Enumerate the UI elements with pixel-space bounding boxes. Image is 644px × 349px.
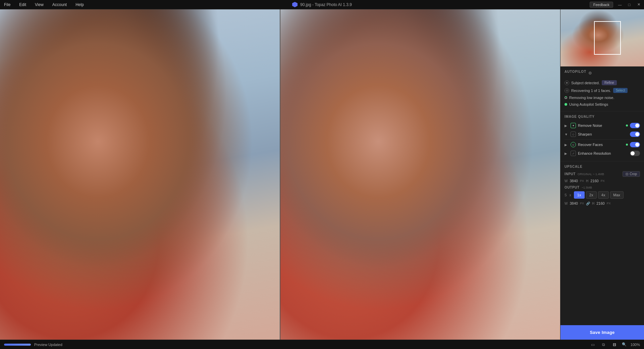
enhance-resolution-item: ▶ ⤢ Enhance Resolution — [565, 149, 640, 158]
menu-help[interactable]: Help — [74, 2, 85, 8]
right-panel: AUTOPILOT ⚙ ◈ Subject detected. Refine ◎… — [560, 9, 644, 340]
expand-sharpen-button[interactable]: ▼ — [565, 133, 569, 136]
thumbnail-viewport — [594, 21, 621, 55]
sharpen-item: ▼ ◇ Sharpen — [565, 130, 640, 139]
gear-icon[interactable]: ⚙ — [588, 71, 592, 76]
status-text: Preview Updated — [34, 343, 62, 347]
enhance-resolution-toggle[interactable] — [630, 151, 640, 156]
output-width-unit: PX — [580, 202, 584, 205]
save-image-button[interactable]: Save Image — [560, 325, 644, 340]
upscale-title: UPSCALE — [565, 165, 640, 168]
active-dot-icon — [565, 103, 567, 106]
loading-icon — [565, 96, 567, 99]
close-button[interactable]: ✕ — [636, 2, 641, 7]
input-row: INPUT ORIGINAL ~ 1.4MB ⊡ Crop — [565, 171, 640, 177]
autopilot-settings-row: Using Autopilot Settings — [565, 101, 640, 108]
processed-image-panel — [280, 9, 560, 340]
menu-file[interactable]: File — [3, 2, 12, 8]
output-height-label: H — [592, 202, 594, 205]
autopilot-settings-text: Using Autopilot Settings — [569, 102, 608, 106]
output-dimensions-row: W 3840 PX 🔗 H 2160 PX — [565, 201, 640, 205]
recover-faces-label: Recover Faces — [578, 143, 624, 147]
output-width-label: W — [565, 202, 568, 205]
menu-edit[interactable]: Edit — [18, 2, 28, 8]
menu-view[interactable]: View — [34, 2, 45, 8]
maximize-button[interactable]: □ — [627, 2, 632, 7]
input-height-value: 2160 — [590, 179, 598, 183]
input-label: INPUT — [565, 172, 576, 176]
remove-noise-toggle[interactable] — [630, 123, 640, 128]
sharpen-toggle[interactable] — [630, 132, 640, 137]
output-row: OUTPUT ~1.5MB — [565, 186, 640, 189]
thumbnail-area[interactable] — [560, 9, 644, 66]
menu-account[interactable]: Account — [51, 2, 68, 8]
minimize-button[interactable]: — — [617, 2, 623, 7]
faces-active-dot — [626, 144, 628, 146]
window-title: 90.jpg - Topaz Photo AI 1.3.9 — [300, 2, 352, 7]
zoom-icon: 🔍 — [622, 342, 627, 347]
subject-detected-text: Subject detected. — [571, 81, 600, 85]
expand-noise-button[interactable]: ▶ — [565, 124, 569, 128]
input-dimensions-row: W 3840 PX H 2160 PX — [565, 179, 640, 183]
view-compare-button[interactable]: ⧉ — [600, 341, 607, 348]
scale-1x-button[interactable]: 1x — [574, 191, 585, 199]
sharpen-icon: ◇ — [571, 132, 576, 137]
input-size-info: ORIGINAL ~ 1.4MB — [578, 172, 604, 176]
output-height-value: 2160 — [596, 201, 604, 205]
recovering-icon: ◎ — [565, 88, 569, 93]
input-width-value: 3840 — [570, 179, 578, 183]
select-button[interactable]: Select — [613, 88, 628, 93]
autopilot-recovering-row: ◎ Recovering 1 of 1 faces. Select — [565, 87, 640, 94]
statusbar-right: ▭ ⧉ ⊟ 🔍 100% — [590, 341, 640, 348]
autopilot-subject-row: ◈ Subject detected. Refine — [565, 79, 640, 87]
scale-2x-button[interactable]: 2x — [586, 191, 597, 199]
statusbar: Preview Updated ▭ ⧉ ⊟ 🔍 100% — [0, 340, 644, 349]
noise-icon: ✦ — [571, 123, 576, 128]
original-image-panel — [0, 9, 280, 340]
output-label: OUTPUT — [565, 186, 580, 189]
remove-noise-label: Remove Noise — [578, 123, 624, 128]
image-area[interactable] — [0, 9, 560, 340]
faces-icon: ☺ — [571, 142, 576, 147]
statusbar-left: Preview Updated — [4, 343, 62, 347]
crop-icon: ⊡ — [626, 172, 628, 176]
scale-4x-button[interactable]: 4x — [598, 191, 609, 199]
noise-active-dot — [626, 124, 628, 127]
output-width-value: 3840 — [570, 201, 578, 205]
scale-max-button[interactable]: Max — [610, 191, 624, 199]
crop-button[interactable]: ⊡ Crop — [623, 171, 640, 177]
scale-buttons-row: S x 1x 2x 4x Max — [565, 191, 640, 199]
split-view — [0, 9, 560, 340]
expand-enhance-button[interactable]: ▶ — [565, 152, 569, 155]
height-label: H — [586, 179, 588, 183]
enhance-icon: ⤢ — [571, 151, 576, 156]
refine-button[interactable]: Refine — [602, 80, 617, 85]
menu-bar: File Edit View Account Help — [3, 2, 85, 8]
recovering-text: Recovering 1 of 1 faces. — [571, 89, 611, 93]
view-single-button[interactable]: ▭ — [590, 341, 596, 348]
main-content: AUTOPILOT ⚙ ◈ Subject detected. Refine ◎… — [0, 9, 644, 340]
subject-icon: ◈ — [565, 81, 569, 85]
removing-text: Removing low image noise. — [569, 96, 614, 100]
width-label: W — [565, 179, 568, 183]
zoom-level: 100% — [631, 343, 640, 347]
recover-faces-toggle[interactable] — [630, 142, 640, 147]
feedback-button[interactable]: Feedback — [590, 2, 613, 8]
expand-faces-button[interactable]: ▶ — [565, 143, 569, 147]
original-image — [0, 9, 280, 340]
autopilot-section: AUTOPILOT ⚙ ◈ Subject detected. Refine ◎… — [560, 66, 644, 111]
topaz-logo-icon — [292, 2, 298, 7]
upscale-section: UPSCALE INPUT ORIGINAL ~ 1.4MB ⊡ Crop W … — [560, 161, 644, 211]
crop-label: Crop — [630, 172, 637, 176]
height-unit: PX — [601, 179, 605, 183]
sharpen-label: Sharpen — [578, 132, 628, 136]
window-controls: Feedback — □ ✕ — [590, 2, 641, 8]
view-split-button[interactable]: ⊟ — [611, 341, 618, 348]
width-unit: PX — [580, 179, 584, 183]
progress-bar-fill — [4, 344, 31, 346]
remove-noise-item: ▶ ✦ Remove Noise — [565, 121, 640, 130]
autopilot-title: AUTOPILOT — [565, 70, 586, 73]
panel-spacer — [560, 211, 644, 325]
output-height-unit: PX — [607, 202, 611, 205]
autopilot-removing-row: Removing low image noise. — [565, 94, 640, 101]
